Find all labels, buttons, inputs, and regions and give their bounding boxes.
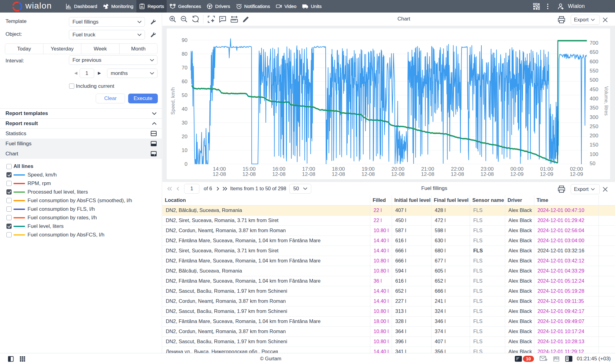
svg-text:12-08: 12-08 [361, 171, 375, 177]
svg-text:100: 100 [590, 151, 598, 157]
svg-text:90: 90 [182, 37, 187, 43]
svg-text:50: 50 [590, 161, 595, 166]
svg-text:12-09: 12-09 [510, 171, 524, 177]
svg-text:40: 40 [182, 106, 187, 112]
svg-text:80: 80 [182, 51, 187, 57]
svg-text:300: 300 [590, 114, 598, 120]
svg-text:12-08: 12-08 [421, 171, 434, 177]
svg-text:400: 400 [590, 96, 598, 102]
svg-text:12-08: 12-08 [272, 171, 285, 177]
svg-text:200: 200 [590, 133, 598, 139]
svg-text:12-08: 12-08 [243, 171, 256, 177]
svg-text:12-08: 12-08 [332, 171, 345, 177]
svg-text:500: 500 [590, 77, 598, 83]
svg-text:450: 450 [590, 87, 598, 92]
svg-text:Volume, litres: Volume, litres [604, 86, 609, 116]
svg-text:250: 250 [590, 124, 598, 129]
svg-text:150: 150 [590, 142, 598, 148]
svg-text:12-08: 12-08 [302, 171, 315, 177]
svg-text:600: 600 [590, 59, 598, 65]
svg-text:12-08: 12-08 [391, 171, 404, 177]
svg-text:20: 20 [182, 134, 187, 139]
svg-text:12-08: 12-08 [213, 171, 226, 177]
svg-text:12-09: 12-09 [540, 171, 553, 177]
svg-text:70: 70 [182, 65, 187, 71]
svg-text:350: 350 [590, 105, 598, 111]
svg-text:700: 700 [590, 40, 598, 46]
svg-text:12-08: 12-08 [451, 171, 464, 177]
svg-text:30: 30 [182, 120, 187, 126]
svg-text:Speed, km/h: Speed, km/h [170, 87, 176, 115]
svg-text:12-09: 12-09 [570, 171, 583, 177]
svg-text:10: 10 [182, 147, 187, 153]
svg-text:650: 650 [590, 49, 598, 55]
svg-text:50: 50 [182, 92, 187, 98]
svg-text:60: 60 [182, 79, 187, 84]
svg-text:12-08: 12-08 [480, 171, 494, 177]
svg-text:0: 0 [185, 161, 187, 167]
svg-text:550: 550 [590, 68, 598, 74]
